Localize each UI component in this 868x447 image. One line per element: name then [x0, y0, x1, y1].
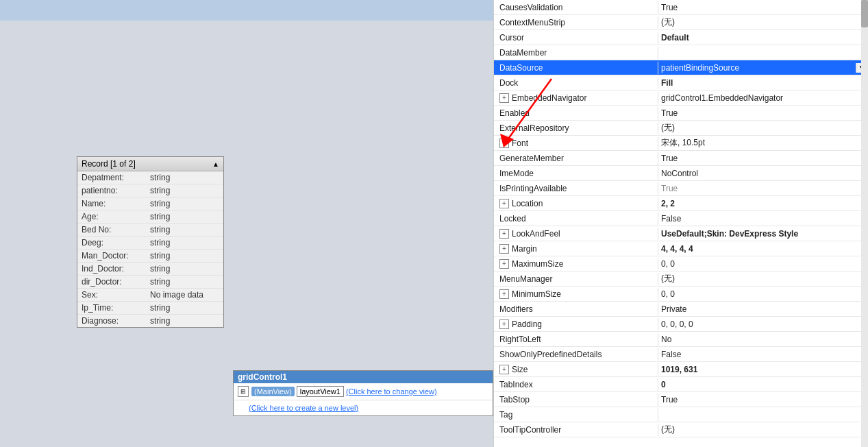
- property-name: +Padding: [494, 318, 658, 330]
- property-row[interactable]: +LookAndFeelUseDefault;Skin: DevExpress …: [494, 226, 868, 241]
- property-row[interactable]: +Font宋体, 10.5pt: [494, 136, 868, 151]
- property-row[interactable]: TabStopTrue: [494, 392, 868, 407]
- record-card-title: Record [1 of 2]: [82, 159, 136, 169]
- property-value: [658, 51, 868, 54]
- property-row[interactable]: +Location2, 2: [494, 196, 868, 211]
- property-row[interactable]: ExternalRepository(无): [494, 121, 868, 136]
- property-name: ExternalRepository: [494, 122, 658, 134]
- property-value: Fill: [658, 77, 868, 89]
- record-row-value: string: [150, 199, 170, 208]
- expand-icon[interactable]: +: [499, 289, 509, 299]
- property-name: +MinimumSize: [494, 288, 658, 300]
- property-name: +MaximumSize: [494, 258, 658, 270]
- property-name: IsPrintingAvailable: [494, 182, 658, 195]
- property-name: Locked: [494, 213, 658, 225]
- expand-icon[interactable]: +: [499, 229, 509, 239]
- grid-view-row: ⊞ (MainView) layoutView1 (Click here to …: [234, 383, 493, 400]
- property-row[interactable]: +Margin4, 4, 4, 4: [494, 241, 868, 256]
- grid-control-title: gridControl1: [234, 371, 493, 383]
- property-row[interactable]: +Padding0, 0, 0, 0: [494, 317, 868, 332]
- property-row[interactable]: DockFill: [494, 75, 868, 90]
- record-row-label: Age:: [82, 212, 150, 221]
- property-row[interactable]: +MinimumSize0, 0: [494, 287, 868, 302]
- expand-icon[interactable]: +: [499, 93, 509, 103]
- property-value: 4, 4, 4, 4: [658, 243, 868, 255]
- property-name: +EmbeddedNavigator: [494, 92, 658, 104]
- layout-view-tag[interactable]: layoutView1: [297, 386, 344, 397]
- property-row[interactable]: TabIndex0: [494, 377, 868, 392]
- property-row[interactable]: ShowOnlyPredefinedDetailsFalse: [494, 347, 868, 362]
- properties-table: CausesValidationTrueContextMenuStrip(无)C…: [494, 0, 868, 437]
- record-row-label: Ip_Time:: [82, 303, 150, 313]
- property-row[interactable]: +Size1019, 631: [494, 362, 868, 377]
- record-rows-container: Depatment:stringpatientno:stringName:str…: [77, 171, 223, 327]
- expand-icon[interactable]: +: [499, 199, 509, 208]
- property-row[interactable]: GenerateMemberTrue: [494, 151, 868, 166]
- property-name: +LookAndFeel: [494, 228, 658, 240]
- record-row-label: Deeg:: [82, 238, 150, 247]
- record-card-header: Record [1 of 2] ▲: [77, 157, 223, 171]
- property-value: 0, 0: [658, 288, 868, 300]
- property-row[interactable]: CursorDefault: [494, 30, 868, 45]
- property-value: (无): [658, 271, 868, 286]
- property-row[interactable]: ToolTipController(无): [494, 422, 868, 437]
- property-row[interactable]: MenuManager(无): [494, 271, 868, 287]
- property-name: +Size: [494, 363, 658, 376]
- scrollbar-thumb[interactable]: [861, 0, 868, 27]
- expand-icon[interactable]: +: [499, 138, 509, 148]
- property-name: MenuManager: [494, 273, 658, 285]
- record-row: Bed No:string: [77, 224, 223, 237]
- main-view-tag[interactable]: (MainView): [251, 387, 295, 396]
- vertical-scrollbar[interactable]: [861, 0, 868, 447]
- property-row[interactable]: DataMember: [494, 45, 868, 60]
- property-value: 0, 0, 0, 0: [658, 318, 868, 330]
- property-value: No: [658, 333, 868, 346]
- property-row[interactable]: ModifiersPrivate: [494, 302, 868, 317]
- property-row[interactable]: IsPrintingAvailableTrue: [494, 181, 868, 196]
- property-row[interactable]: +EmbeddedNavigatorgridControl1.EmbeddedN…: [494, 90, 868, 106]
- property-row[interactable]: +MaximumSize0, 0: [494, 256, 868, 271]
- property-row[interactable]: CausesValidationTrue: [494, 0, 868, 15]
- expand-icon[interactable]: +: [499, 259, 509, 269]
- record-row: Ind_Doctor:string: [77, 263, 223, 276]
- property-name: ShowOnlyPredefinedDetails: [494, 348, 658, 361]
- new-level-link[interactable]: (Click here to create a new level): [249, 404, 358, 412]
- expand-icon[interactable]: +: [499, 319, 509, 329]
- record-row-label: dir_Doctor:: [82, 277, 150, 287]
- record-row-label: Ind_Doctor:: [82, 264, 150, 274]
- record-row-value: string: [150, 303, 170, 313]
- property-value: (无): [658, 15, 868, 29]
- expand-icon[interactable]: +: [499, 244, 509, 254]
- record-row-value: string: [150, 173, 170, 182]
- property-name: Dock: [494, 77, 658, 89]
- property-row[interactable]: RightToLeftNo: [494, 332, 868, 347]
- record-row-value: string: [150, 238, 170, 247]
- record-row: Name:string: [77, 197, 223, 210]
- grid-control-area: gridControl1 ⊞ (MainView) layoutView1 (C…: [233, 370, 493, 416]
- record-row: patientno:string: [77, 184, 223, 197]
- property-row[interactable]: Tag: [494, 407, 868, 422]
- collapse-icon[interactable]: ▲: [212, 160, 219, 168]
- property-row[interactable]: ImeModeNoControl: [494, 166, 868, 181]
- property-row[interactable]: ContextMenuStrip(无): [494, 15, 868, 30]
- click-change-link[interactable]: (Click here to change view): [346, 387, 437, 396]
- view-icon: ⊞: [238, 386, 249, 397]
- property-row[interactable]: DataSourcepatientBindingSource▼: [494, 60, 868, 75]
- record-row: Ip_Time:string: [77, 302, 223, 315]
- property-value: 宋体, 10.5pt: [658, 136, 868, 150]
- property-value: Default: [658, 32, 868, 44]
- property-row[interactable]: EnabledTrue: [494, 106, 868, 121]
- record-row-label: patientno:: [82, 186, 150, 195]
- property-name: DataSource: [494, 62, 658, 74]
- record-row: dir_Doctor:string: [77, 276, 223, 289]
- property-row[interactable]: LockedFalse: [494, 211, 868, 226]
- expand-icon[interactable]: +: [499, 365, 509, 374]
- property-name: Tag: [494, 409, 658, 421]
- property-name: GenerateMember: [494, 152, 658, 165]
- record-row-value: string: [150, 277, 170, 287]
- record-row-label: Depatment:: [82, 173, 150, 182]
- record-row-value: string: [150, 212, 170, 221]
- record-card: Record [1 of 2] ▲ Depatment:stringpatien…: [77, 156, 224, 328]
- property-value: 0, 0: [658, 258, 868, 270]
- record-row-value: string: [150, 251, 170, 261]
